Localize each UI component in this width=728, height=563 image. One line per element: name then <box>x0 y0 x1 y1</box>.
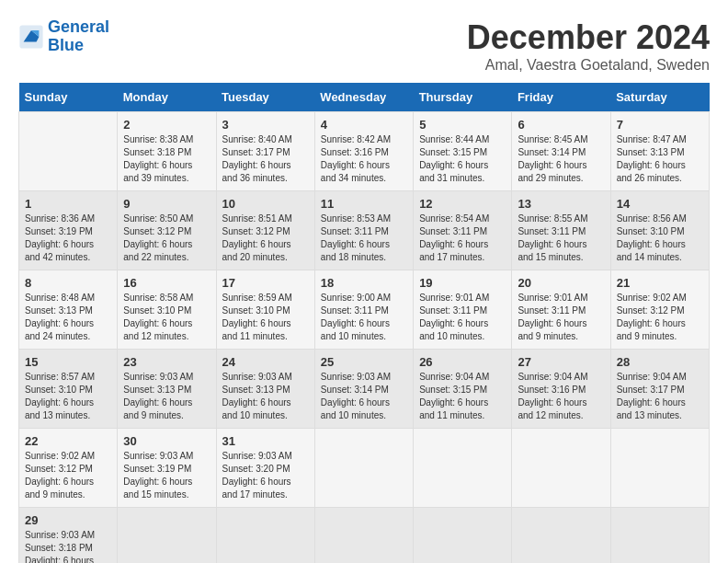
day-number: 18 <box>321 276 407 290</box>
calendar-cell <box>414 508 512 564</box>
page-header: General Blue December 2024 Amal, Vaestra… <box>18 18 710 74</box>
calendar-cell: 6Sunrise: 8:45 AMSunset: 3:14 PMDaylight… <box>512 112 610 191</box>
calendar-cell: 5Sunrise: 8:44 AMSunset: 3:15 PMDaylight… <box>414 112 512 191</box>
calendar-cell: 1Sunrise: 8:36 AMSunset: 3:19 PMDaylight… <box>19 191 118 270</box>
day-info: Sunrise: 8:50 AMSunset: 3:12 PMDaylight:… <box>123 213 210 264</box>
calendar-cell: 26Sunrise: 9:04 AMSunset: 3:15 PMDayligh… <box>414 350 512 429</box>
day-number: 8 <box>25 276 111 290</box>
day-info: Sunrise: 8:56 AMSunset: 3:10 PMDaylight:… <box>617 213 703 264</box>
day-number: 24 <box>222 355 309 369</box>
day-number: 9 <box>123 197 210 211</box>
logo: General Blue <box>18 18 109 55</box>
day-number: 19 <box>419 276 506 290</box>
logo-icon <box>18 24 44 50</box>
calendar-cell <box>216 508 314 564</box>
day-info: Sunrise: 9:02 AMSunset: 3:12 PMDaylight:… <box>617 292 703 343</box>
day-info: Sunrise: 8:40 AMSunset: 3:17 PMDaylight:… <box>222 133 309 185</box>
day-info: Sunrise: 8:54 AMSunset: 3:11 PMDaylight:… <box>419 213 506 264</box>
header-tuesday: Tuesday <box>216 83 314 112</box>
day-number: 4 <box>321 118 407 132</box>
main-title: December 2024 <box>467 18 710 57</box>
calendar-cell: 4Sunrise: 8:42 AMSunset: 3:16 PMDaylight… <box>314 112 413 191</box>
calendar-cell: 24Sunrise: 9:03 AMSunset: 3:13 PMDayligh… <box>216 350 314 429</box>
calendar-row-5: 29Sunrise: 9:03 AMSunset: 3:18 PMDayligh… <box>19 508 710 564</box>
calendar-cell <box>118 508 216 564</box>
calendar-cell: 30Sunrise: 9:03 AMSunset: 3:19 PMDayligh… <box>118 429 216 508</box>
calendar-cell: 20Sunrise: 9:01 AMSunset: 3:11 PMDayligh… <box>512 270 610 350</box>
day-info: Sunrise: 8:36 AMSunset: 3:19 PMDaylight:… <box>25 213 111 264</box>
day-info: Sunrise: 9:03 AMSunset: 3:19 PMDaylight:… <box>123 450 210 501</box>
calendar-cell <box>610 429 709 508</box>
calendar-cell: 8Sunrise: 8:48 AMSunset: 3:13 PMDaylight… <box>19 270 118 350</box>
calendar-cell: 16Sunrise: 8:58 AMSunset: 3:10 PMDayligh… <box>118 270 216 350</box>
day-number: 16 <box>123 276 210 290</box>
calendar-cell <box>19 112 118 191</box>
calendar-row-1: 1Sunrise: 8:36 AMSunset: 3:19 PMDaylight… <box>19 191 710 270</box>
calendar-cell: 14Sunrise: 8:56 AMSunset: 3:10 PMDayligh… <box>610 191 709 270</box>
day-info: Sunrise: 8:45 AMSunset: 3:14 PMDaylight:… <box>518 133 604 185</box>
day-number: 1 <box>25 197 111 211</box>
day-number: 2 <box>123 118 210 132</box>
calendar-cell: 13Sunrise: 8:55 AMSunset: 3:11 PMDayligh… <box>512 191 610 270</box>
calendar-row-2: 8Sunrise: 8:48 AMSunset: 3:13 PMDaylight… <box>19 270 710 350</box>
calendar-cell: 10Sunrise: 8:51 AMSunset: 3:12 PMDayligh… <box>216 191 314 270</box>
calendar-cell: 3Sunrise: 8:40 AMSunset: 3:17 PMDaylight… <box>216 112 314 191</box>
calendar-cell: 21Sunrise: 9:02 AMSunset: 3:12 PMDayligh… <box>610 270 709 350</box>
calendar-row-0: 2Sunrise: 8:38 AMSunset: 3:18 PMDaylight… <box>19 112 710 191</box>
day-info: Sunrise: 9:01 AMSunset: 3:11 PMDaylight:… <box>419 292 506 343</box>
calendar-cell: 31Sunrise: 9:03 AMSunset: 3:20 PMDayligh… <box>216 429 314 508</box>
day-number: 3 <box>222 118 309 132</box>
calendar-cell: 19Sunrise: 9:01 AMSunset: 3:11 PMDayligh… <box>414 270 512 350</box>
calendar-header-row: SundayMondayTuesdayWednesdayThursdayFrid… <box>19 83 710 112</box>
day-number: 25 <box>321 355 407 369</box>
header-monday: Monday <box>118 83 216 112</box>
day-info: Sunrise: 8:51 AMSunset: 3:12 PMDaylight:… <box>222 213 309 264</box>
day-info: Sunrise: 9:04 AMSunset: 3:16 PMDaylight:… <box>518 371 604 422</box>
day-info: Sunrise: 9:03 AMSunset: 3:13 PMDaylight:… <box>123 371 210 422</box>
day-number: 26 <box>419 355 506 369</box>
calendar-cell <box>512 508 610 564</box>
day-info: Sunrise: 8:47 AMSunset: 3:13 PMDaylight:… <box>617 133 703 185</box>
day-info: Sunrise: 9:03 AMSunset: 3:20 PMDaylight:… <box>222 450 309 501</box>
day-number: 28 <box>617 355 703 369</box>
calendar-cell: 11Sunrise: 8:53 AMSunset: 3:11 PMDayligh… <box>314 191 413 270</box>
day-number: 12 <box>419 197 506 211</box>
day-number: 14 <box>617 197 703 211</box>
day-number: 5 <box>419 118 506 132</box>
calendar-row-4: 22Sunrise: 9:02 AMSunset: 3:12 PMDayligh… <box>19 429 710 508</box>
day-info: Sunrise: 9:03 AMSunset: 3:14 PMDaylight:… <box>321 371 407 422</box>
calendar-cell: 7Sunrise: 8:47 AMSunset: 3:13 PMDaylight… <box>610 112 709 191</box>
day-info: Sunrise: 8:58 AMSunset: 3:10 PMDaylight:… <box>123 292 210 343</box>
logo-text: General Blue <box>48 18 109 55</box>
day-number: 27 <box>518 355 604 369</box>
calendar-cell: 2Sunrise: 8:38 AMSunset: 3:18 PMDaylight… <box>118 112 216 191</box>
day-number: 29 <box>25 513 111 527</box>
calendar-cell: 15Sunrise: 8:57 AMSunset: 3:10 PMDayligh… <box>19 350 118 429</box>
header-friday: Friday <box>512 83 610 112</box>
subtitle: Amal, Vaestra Goetaland, Sweden <box>467 57 710 74</box>
day-info: Sunrise: 9:03 AMSunset: 3:18 PMDaylight:… <box>25 529 111 563</box>
day-info: Sunrise: 8:38 AMSunset: 3:18 PMDaylight:… <box>123 133 210 185</box>
day-number: 15 <box>25 355 111 369</box>
day-info: Sunrise: 9:01 AMSunset: 3:11 PMDaylight:… <box>518 292 604 343</box>
day-number: 30 <box>123 434 210 448</box>
calendar-cell: 12Sunrise: 8:54 AMSunset: 3:11 PMDayligh… <box>414 191 512 270</box>
day-number: 6 <box>518 118 604 132</box>
calendar-cell: 18Sunrise: 9:00 AMSunset: 3:11 PMDayligh… <box>314 270 413 350</box>
day-info: Sunrise: 8:44 AMSunset: 3:15 PMDaylight:… <box>419 133 506 185</box>
day-info: Sunrise: 9:04 AMSunset: 3:17 PMDaylight:… <box>617 371 703 422</box>
calendar-cell <box>314 508 413 564</box>
calendar-cell: 23Sunrise: 9:03 AMSunset: 3:13 PMDayligh… <box>118 350 216 429</box>
header-sunday: Sunday <box>19 83 118 112</box>
calendar-cell: 28Sunrise: 9:04 AMSunset: 3:17 PMDayligh… <box>610 350 709 429</box>
calendar-body: 2Sunrise: 8:38 AMSunset: 3:18 PMDaylight… <box>19 112 710 564</box>
calendar-cell <box>414 429 512 508</box>
calendar-cell: 25Sunrise: 9:03 AMSunset: 3:14 PMDayligh… <box>314 350 413 429</box>
day-info: Sunrise: 9:00 AMSunset: 3:11 PMDaylight:… <box>321 292 407 343</box>
day-number: 21 <box>617 276 703 290</box>
calendar-cell: 9Sunrise: 8:50 AMSunset: 3:12 PMDaylight… <box>118 191 216 270</box>
day-number: 11 <box>321 197 407 211</box>
calendar-cell: 17Sunrise: 8:59 AMSunset: 3:10 PMDayligh… <box>216 270 314 350</box>
day-info: Sunrise: 9:02 AMSunset: 3:12 PMDaylight:… <box>25 450 111 501</box>
calendar-row-3: 15Sunrise: 8:57 AMSunset: 3:10 PMDayligh… <box>19 350 710 429</box>
